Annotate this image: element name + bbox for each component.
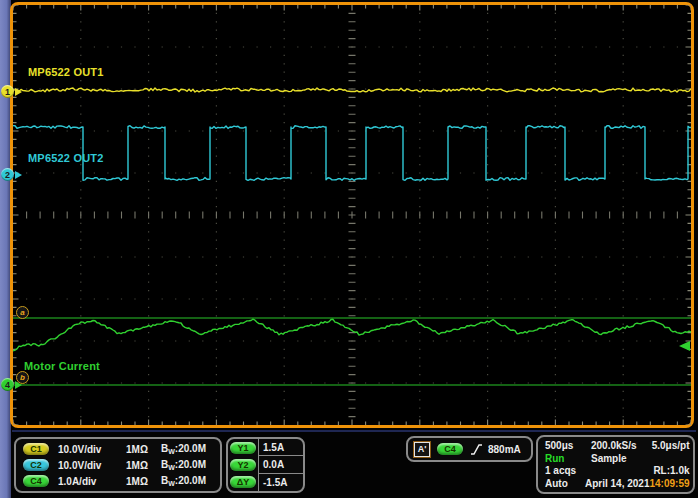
rising-slope-icon — [470, 443, 483, 456]
c4-bandwidth: BW:20.0M — [161, 475, 206, 487]
graticule-frame — [10, 2, 694, 428]
c1-badge[interactable]: C1 — [23, 443, 49, 455]
channel-readout-row-c1[interactable]: C110.0V/div1MΩBW:20.0M — [16, 441, 220, 457]
ch2-trace-label: MP6522 OUT2 — [28, 152, 104, 164]
c4-scale: 1.0A/div — [58, 476, 126, 487]
acquisition-count: 1 acqs — [545, 465, 576, 476]
frame-shadow — [12, 430, 696, 432]
ch1-marker-number: 1 — [1, 85, 14, 98]
cursor-readout-panel: Y11.5AY20.0AΔY-1.5A — [226, 437, 305, 493]
oscilloscope-screen: MP6522 OUT1 MP6522 OUT2 Motor Current 12… — [0, 0, 698, 498]
time-readout: 14:09:59 — [649, 478, 689, 489]
channel-readout-panel: C110.0V/div1MΩBW:20.0MC210.0V/div1MΩBW:2… — [14, 437, 222, 493]
cursor-y1-badge[interactable]: Y1 — [230, 442, 256, 454]
c1-bandwidth: BW:20.0M — [161, 443, 206, 455]
cursor-δy-badge[interactable]: ΔY — [230, 476, 256, 488]
c4-impedance: 1MΩ — [126, 476, 158, 487]
cursor-y2-badge[interactable]: Y2 — [230, 459, 256, 471]
horizontal-scale[interactable]: 500μs — [545, 440, 585, 451]
ch2-position-marker[interactable]: 2 — [1, 168, 22, 181]
date-readout: April 14, 2021 — [585, 478, 649, 489]
c1-scale: 10.0V/div — [58, 444, 126, 455]
trigger-a-badge[interactable]: A' — [414, 442, 430, 457]
c1-impedance: 1MΩ — [126, 444, 158, 455]
cursor-y2-value[interactable]: 0.0A — [258, 456, 303, 473]
ch1-marker-arrow-icon — [15, 88, 22, 96]
trigger-readout-panel[interactable]: A' C4 880mA — [406, 436, 533, 462]
cursor-y1-value[interactable]: 1.5A — [258, 439, 303, 456]
trigger-level-value: 880mA — [488, 444, 521, 455]
run-state[interactable]: Run — [545, 453, 585, 464]
sample-rate: 200.0kS/s — [591, 440, 637, 451]
c2-badge[interactable]: C2 — [23, 459, 49, 471]
acquisition-mode[interactable]: Sample — [591, 453, 627, 464]
ch4-trace-label: Motor Current — [24, 360, 100, 372]
c4-badge[interactable]: C4 — [23, 475, 49, 487]
ch2-marker-arrow-icon — [15, 171, 22, 179]
ch1-trace-label: MP6522 OUT1 — [28, 66, 104, 78]
c2-scale: 10.0V/div — [58, 460, 126, 471]
record-length: RL:1.0k — [653, 465, 689, 476]
sample-resolution: 5.0μs/pt — [652, 440, 690, 451]
ch1-position-marker[interactable]: 1 — [1, 85, 22, 98]
c2-bandwidth: BW:20.0M — [161, 459, 206, 471]
ch2-marker-number: 2 — [1, 168, 14, 181]
c2-impedance: 1MΩ — [126, 460, 158, 471]
ch4-marker-number: 4 — [1, 378, 14, 391]
channel-readout-row-c4[interactable]: C41.0A/div1MΩBW:20.0M — [16, 473, 220, 489]
cursor-δy-value[interactable]: -1.5A — [258, 474, 303, 491]
trigger-mode[interactable]: Auto — [545, 478, 585, 489]
channel-readout-row-c2[interactable]: C210.0V/div1MΩBW:20.0M — [16, 457, 220, 473]
trigger-source-badge[interactable]: C4 — [437, 443, 463, 455]
cursor-b-marker[interactable]: b — [16, 371, 29, 384]
cursor-a-marker[interactable]: a — [16, 306, 29, 319]
waveform-display — [13, 5, 691, 425]
acquisition-readout-panel[interactable]: 500μs 200.0kS/s 5.0μs/pt Run Sample 1 ac… — [536, 435, 695, 494]
